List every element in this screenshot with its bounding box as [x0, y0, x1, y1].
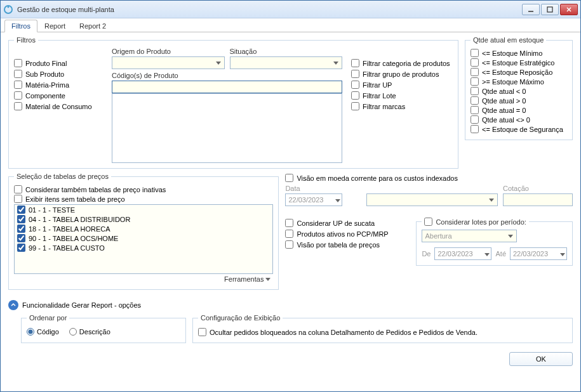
filtros-legend: Filtros [14, 36, 38, 44]
cbx-produto-final[interactable]: Produto Final [14, 59, 103, 67]
situacao-combo[interactable] [230, 56, 343, 69]
cbx-visao-tabela[interactable]: Visão por tabela de preços [285, 240, 406, 249]
ate-date[interactable]: 22/03/2023 [510, 247, 567, 260]
product-type-column: Produto Final Sub Produto Matéria-Prima … [14, 48, 103, 163]
precos-legend: Seleção de tabelas de preços [14, 173, 111, 180]
chevron-down-icon [505, 232, 515, 240]
ordenar-legend: Ordenar por [27, 314, 69, 322]
price-row[interactable]: 01 - 1 - TESTE [15, 205, 272, 214]
maximize-button[interactable] [541, 4, 559, 15]
app-icon [3, 4, 13, 15]
moeda-combo[interactable] [366, 193, 498, 206]
lotes-group: Considerar lotes por período: Abertura D… [416, 218, 573, 266]
chevron-down-icon [335, 196, 340, 204]
cbx-filtrar-categoria[interactable]: Filtrar categoria de produtos [351, 59, 453, 67]
price-row[interactable]: 04 - 1 - TABELA DISTRIBUIDOR [15, 214, 272, 224]
cbx-estoque-reposicao[interactable]: <= Estoque Reposição [471, 68, 567, 76]
ok-button[interactable]: OK [509, 352, 573, 366]
cbx-qtde-neq-0[interactable]: Qtde atual <> 0 [471, 115, 567, 124]
cbx-pcp[interactable]: Produtos ativos no PCP/MRP [285, 230, 406, 238]
cbx-componente[interactable]: Componente [14, 91, 103, 100]
de-date[interactable]: 22/03/2023 [434, 247, 491, 260]
qtde-legend: Qtde atual em estoque [471, 36, 546, 44]
de-label: De [422, 250, 431, 258]
cbx-estoque-minimo[interactable]: <= Estoque Mínimo [471, 49, 567, 57]
tabstrip: Filtros Report Report 2 [1, 18, 580, 32]
abertura-combo[interactable]: Abertura [422, 230, 517, 242]
config-exibicao-group: Configuração de Exibição Ocultar pedidos… [192, 314, 573, 343]
cotacao-label: Cotação [503, 185, 573, 192]
tab-report[interactable]: Report [37, 20, 72, 32]
situacao-label: Situação [230, 48, 343, 55]
cbx-qtde-eq-0[interactable]: Qtde atual = 0 [471, 106, 567, 114]
titlebar: Gestão de estoque multi-planta [1, 1, 580, 18]
codigos-list[interactable] [112, 93, 342, 163]
data-moeda-input[interactable]: 22/03/2023 [285, 193, 342, 206]
cbx-materia-prima[interactable]: Matéria-Prima [14, 81, 103, 89]
ate-label: Até [495, 250, 506, 258]
qtde-group: Qtde atual em estoque <= Estoque Mínimo … [465, 36, 573, 140]
close-button[interactable] [560, 4, 578, 15]
collapse-icon [8, 300, 18, 310]
data-label: Data [285, 185, 361, 192]
chevron-down-icon [486, 195, 496, 204]
cbx-material-consumo[interactable]: Material de Consumo [14, 102, 103, 110]
radio-descricao[interactable]: Descrição [69, 328, 110, 336]
origem-combo[interactable] [112, 56, 225, 69]
cbx-estoque-estrategico[interactable]: <= Estoque Estratégico [471, 58, 567, 67]
cbx-visao-moeda[interactable]: Visão em moeda corrente para os custos i… [285, 174, 573, 182]
price-table-list[interactable]: 01 - 1 - TESTE 04 - 1 - TABELA DISTRIBUI… [14, 204, 273, 274]
radio-codigo[interactable]: Código [27, 328, 59, 336]
codigos-label: Código(s) de Produto [112, 72, 342, 79]
cbx-lotes-periodo[interactable]: Considerar lotes por período: [424, 218, 526, 226]
tab-filtros[interactable]: Filtros [4, 20, 37, 32]
cbx-filtrar-lote[interactable]: Filtrar Lote [351, 91, 453, 100]
origem-label: Origem do Produto [112, 48, 225, 55]
report-options-header: Funcionalidade Gerar Report - opções [22, 301, 141, 309]
cbx-inativas[interactable]: Considerar também tabelas de preço inati… [14, 185, 273, 193]
chevron-down-icon [484, 250, 490, 258]
cbx-sub-produto[interactable]: Sub Produto [14, 70, 103, 78]
precos-group: Seleção de tabelas de preços Considerar … [8, 173, 279, 290]
svg-rect-3 [547, 7, 552, 12]
chevron-down-icon [331, 58, 340, 67]
config-legend: Configuração de Exibição [198, 314, 283, 322]
price-row[interactable]: 18 - 1 - TABELA HORECA [15, 224, 272, 233]
window-title: Gestão de estoque multi-planta [17, 6, 522, 13]
ordenar-group: Ordenar por Código Descrição [21, 314, 186, 343]
chevron-down-icon [560, 250, 565, 258]
cbx-qtde-gt-0[interactable]: Qtde atual > 0 [471, 96, 567, 105]
tab-report2[interactable]: Report 2 [72, 20, 113, 32]
codigo-input[interactable] [112, 81, 342, 93]
cbx-sucata[interactable]: Considerar UP de sucata [285, 219, 406, 227]
cbx-estoque-maximo[interactable]: >= Estoque Máximo [471, 77, 567, 86]
cbx-filtrar-grupo[interactable]: Filtrar grupo de produtos [351, 70, 453, 78]
svg-point-1 [8, 6, 10, 8]
cbx-filtrar-marcas[interactable]: Filtrar marcas [351, 102, 453, 110]
price-row[interactable]: 99 - 1 - TABELA CUSTO [15, 243, 272, 252]
cbx-qtde-lt-0[interactable]: Qtde atual < 0 [471, 87, 567, 95]
app-window: Gestão de estoque multi-planta Filtros R… [0, 0, 581, 392]
cbx-ocultar-pedidos[interactable]: Ocultar pedidos bloqueados na coluna Det… [198, 328, 567, 336]
cbx-estoque-seguranca[interactable]: <= Estoque de Segurança [471, 125, 567, 133]
chevron-down-icon [213, 58, 223, 67]
report-options-toggle[interactable]: Funcionalidade Gerar Report - opções [8, 300, 573, 310]
filtros-group: Filtros Produto Final Sub Produto Matéri… [8, 36, 458, 169]
ferramentas-link[interactable]: Ferramentas [224, 275, 270, 283]
cotacao-input[interactable] [503, 193, 573, 206]
price-row[interactable]: 90 - 1 - TABELA OCS/HOME [15, 233, 272, 243]
content: Filtros Produto Final Sub Produto Matéri… [1, 32, 580, 391]
chevron-down-icon [265, 278, 270, 281]
cbx-filtrar-up[interactable]: Filtrar UP [351, 81, 453, 89]
minimize-button[interactable] [522, 4, 540, 15]
cbx-sem-tabela[interactable]: Exibir itens sem tabela de preço [14, 195, 273, 203]
